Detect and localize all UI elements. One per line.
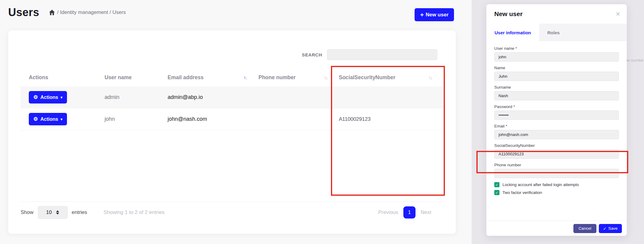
checkbox-row-twofactor: ✓ Two factor verification xyxy=(494,190,619,195)
tab-user-information[interactable]: User information xyxy=(486,24,539,41)
ssn-input[interactable] xyxy=(494,149,619,159)
table-header-row: Actions User name Email address ↑↓ Phone… xyxy=(21,68,443,86)
page-size-value: 10 xyxy=(46,209,52,215)
ssn-label: SocialSecurityNumber xyxy=(494,143,619,148)
field-group-email: Email * xyxy=(494,124,619,139)
main-page: Users / Identity management / Users + Ne… xyxy=(0,0,472,244)
password-input[interactable] xyxy=(494,110,619,120)
actions-button[interactable]: ⚙ Actions ▾ xyxy=(29,113,67,125)
email-input[interactable] xyxy=(494,130,619,139)
new-user-modal: New user × User information Roles User n… xyxy=(486,4,627,236)
sort-icon-phone[interactable]: ↑↓ xyxy=(324,75,339,80)
previous-page-button[interactable]: Previous xyxy=(378,209,398,215)
caret-down-icon: ▾ xyxy=(61,117,62,121)
search-input[interactable] xyxy=(327,49,437,60)
name-input[interactable] xyxy=(494,72,619,81)
email-cell: admin@abp.io xyxy=(168,94,259,100)
phone-input[interactable] xyxy=(494,169,619,178)
next-page-button[interactable]: Next xyxy=(421,209,431,215)
column-header-ssn[interactable]: SocialSecurityNumber ↑↓ xyxy=(339,74,443,81)
save-button-label: Save xyxy=(608,226,618,231)
ssn-cell: A1100029123 xyxy=(339,116,443,122)
column-header-phone[interactable]: Phone number ↑↓ xyxy=(259,74,339,81)
gear-icon: ⚙ xyxy=(33,117,38,122)
gear-icon: ⚙ xyxy=(33,95,38,100)
field-group-phone: Phone number xyxy=(494,163,619,178)
table-footer: Show 10 entries Showing 1 to 2 of 2 entr… xyxy=(21,202,443,219)
modal-body: User name * Name Surname Password * Emai… xyxy=(486,41,627,195)
caret-down-icon: ▾ xyxy=(61,95,62,100)
breadcrumb-path: / Identity management / Users xyxy=(57,9,126,15)
twofactor-checkbox[interactable]: ✓ xyxy=(494,190,499,195)
users-table: Actions User name Email address ↑↓ Phone… xyxy=(21,68,443,130)
current-page-button[interactable]: 1 xyxy=(403,206,415,219)
tab-roles[interactable]: Roles xyxy=(539,24,568,41)
cancel-button[interactable]: Cancel xyxy=(573,224,596,233)
clipped-background-text: ne numbe xyxy=(625,58,643,63)
phone-label: Phone number xyxy=(494,163,619,167)
username-label: User name * xyxy=(494,46,619,51)
stepper-icon xyxy=(56,210,59,215)
checkbox-row-lockout: ✓ Locking account after failed login att… xyxy=(494,182,619,187)
field-group-password: Password * xyxy=(494,104,619,120)
entries-label: entries xyxy=(72,209,87,215)
close-icon[interactable]: × xyxy=(616,10,620,18)
new-user-button[interactable]: + New user xyxy=(415,8,454,21)
field-group-ssn: SocialSecurityNumber xyxy=(494,143,619,159)
password-label: Password * xyxy=(494,104,619,109)
modal-footer: Cancel ✓ Save xyxy=(486,221,627,236)
sort-icon-ssn[interactable]: ↑↓ xyxy=(429,75,443,80)
table-row: ⚙ Actions ▾ john john@nash.com A11000291… xyxy=(21,108,443,130)
search-label: SEARCH xyxy=(302,52,322,57)
page-header: Users / Identity management / Users xyxy=(8,6,126,19)
pagination: Previous 1 Next xyxy=(378,206,443,219)
page-size-group: Show 10 entries xyxy=(21,206,87,219)
search-row: SEARCH xyxy=(302,49,437,60)
check-icon: ✓ xyxy=(603,226,606,231)
breadcrumb[interactable]: / Identity management / Users xyxy=(49,9,126,15)
actions-cell: ⚙ Actions ▾ xyxy=(21,113,105,125)
username-cell: john xyxy=(105,116,168,122)
save-button[interactable]: ✓ Save xyxy=(599,224,622,233)
email-cell: john@nash.com xyxy=(168,116,259,122)
field-group-name: Name xyxy=(494,66,619,81)
twofactor-checkbox-label: Two factor verification xyxy=(502,190,542,195)
actions-button[interactable]: ⚙ Actions ▾ xyxy=(29,91,67,103)
modal-title: New user xyxy=(494,10,522,18)
email-label: Email * xyxy=(494,124,619,128)
username-cell: admin xyxy=(105,94,168,100)
field-group-username: User name * xyxy=(494,46,619,62)
surname-label: Surname xyxy=(494,85,619,90)
username-input[interactable] xyxy=(494,52,619,62)
page-size-select[interactable]: 10 xyxy=(38,206,68,219)
table-row: ⚙ Actions ▾ admin admin@abp.io xyxy=(21,86,443,108)
plus-icon: + xyxy=(420,12,424,18)
lockout-checkbox-label: Locking account after failed login attem… xyxy=(502,182,579,187)
sort-icon-email[interactable]: ↑↓ xyxy=(244,75,259,80)
entries-summary: Showing 1 to 2 of 2 entries xyxy=(104,209,165,215)
check-icon: ✓ xyxy=(495,191,498,195)
column-header-username: User name xyxy=(105,74,168,81)
modal-tabs: User information Roles xyxy=(486,24,627,41)
new-user-button-label: New user xyxy=(425,12,449,18)
show-label: Show xyxy=(21,209,34,215)
name-label: Name xyxy=(494,66,619,70)
modal-header: New user × xyxy=(486,4,627,24)
actions-cell: ⚙ Actions ▾ xyxy=(21,91,105,103)
check-icon: ✓ xyxy=(495,183,498,187)
column-header-email[interactable]: Email address ↑↓ xyxy=(168,74,259,81)
page-title: Users xyxy=(8,6,39,19)
actions-button-label: Actions xyxy=(40,117,58,122)
surname-input[interactable] xyxy=(494,91,619,100)
lockout-checkbox[interactable]: ✓ xyxy=(494,182,499,187)
field-group-surname: Surname xyxy=(494,85,619,100)
column-header-actions: Actions xyxy=(21,74,105,81)
home-icon xyxy=(49,10,55,15)
users-card: SEARCH Actions User name Email address ↑… xyxy=(8,30,456,234)
actions-button-label: Actions xyxy=(40,95,58,100)
